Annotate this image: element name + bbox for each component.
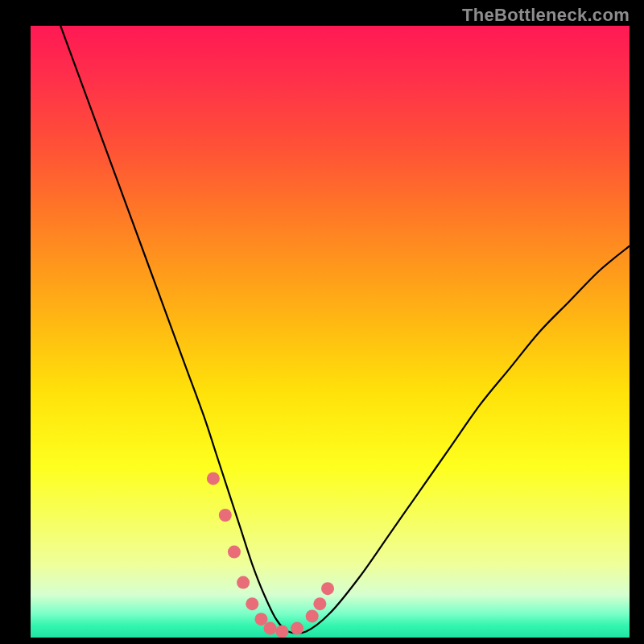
highlight-dot [254, 613, 267, 625]
chart-root: { "watermark": { "text": "TheBottleneck.… [0, 0, 644, 644]
plot-area [31, 26, 630, 638]
highlight-dot [219, 509, 232, 522]
watermark-text: TheBottleneck.com [462, 5, 630, 26]
curve-layer [31, 26, 630, 638]
marker-group [207, 472, 334, 638]
highlight-dot [237, 576, 250, 589]
highlight-dot [207, 472, 220, 485]
highlight-dot [275, 625, 288, 638]
highlight-dot [228, 546, 241, 559]
highlight-dot [306, 609, 319, 622]
highlight-dot [321, 582, 334, 595]
highlight-dot [313, 597, 326, 610]
highlight-dot [291, 622, 303, 635]
highlight-dot [246, 597, 258, 610]
highlight-dot [264, 622, 277, 635]
bottleneck-curve [60, 26, 630, 634]
